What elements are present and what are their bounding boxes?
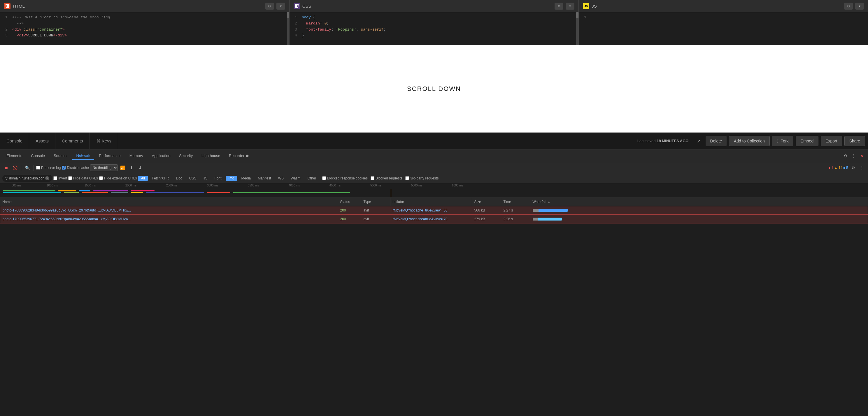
toolbar-separator-1: [21, 165, 21, 171]
html-editor-panel: HTML ⚙ ▾ 1 <!-- Just a block to showcase…: [0, 0, 289, 45]
th-status[interactable]: Status: [338, 198, 361, 206]
css-editor-content[interactable]: 1 body { 2 margin: 0; 3 font-family: 'Po…: [289, 12, 579, 45]
devtools-settings-btn[interactable]: ⚙: [842, 152, 849, 160]
filter-input[interactable]: [9, 176, 44, 180]
invert-checkbox[interactable]: Invert: [53, 176, 67, 180]
filter-chip-js[interactable]: JS: [200, 176, 211, 181]
tab-keys[interactable]: ⌘ Keys: [90, 133, 118, 149]
external-link-button[interactable]: ↗: [694, 136, 703, 146]
delete-button[interactable]: Delete: [706, 136, 726, 146]
fork-icon: ⤴: [777, 139, 779, 143]
css-editor-tab[interactable]: CSS ⚙ ▾: [289, 0, 579, 12]
disable-cache-checkbox[interactable]: Disable cache: [62, 166, 89, 170]
css-scrollbar-thumb: [576, 12, 579, 18]
devtools-tab-console[interactable]: Console: [27, 152, 49, 160]
devtools-tab-elements[interactable]: Elements: [2, 152, 26, 160]
hide-extension-urls-input[interactable]: [99, 176, 103, 180]
th-waterfall[interactable]: Waterfall ▲: [530, 198, 868, 206]
fork-button[interactable]: ⤴ Fork: [772, 136, 793, 146]
html-tab-label: HTML: [13, 3, 263, 8]
devtools-tab-network[interactable]: Network: [72, 151, 94, 160]
hide-extension-urls-checkbox[interactable]: Hide extension URLs: [99, 176, 137, 180]
html-editor-tab[interactable]: HTML ⚙ ▾: [0, 0, 289, 12]
th-initiator[interactable]: Initiator: [391, 198, 472, 206]
devtools-close-btn[interactable]: ✕: [858, 152, 866, 160]
js-editor-tab[interactable]: JS JS ⚙ ▾: [579, 0, 868, 12]
devtools-toolbar-settings[interactable]: ⚙: [849, 164, 857, 172]
filter-chip-fetch-xhr[interactable]: Fetch/XHR: [149, 176, 172, 181]
network-conditions-btn[interactable]: 📶: [119, 164, 127, 172]
blocked-requests-checkbox[interactable]: Blocked requests: [371, 176, 402, 180]
th-time[interactable]: Time: [501, 198, 530, 206]
th-name[interactable]: Name: [0, 198, 338, 206]
html-expand-btn[interactable]: ▾: [276, 3, 285, 10]
tab-console[interactable]: Console: [0, 133, 29, 149]
devtools-tab-application[interactable]: Application: [148, 152, 175, 160]
filter-chip-img[interactable]: Img: [226, 176, 237, 181]
tick-500ms: 500 ms: [12, 184, 21, 187]
throttle-select[interactable]: No throttling: [90, 164, 118, 171]
devtools-toolbar-more[interactable]: ⋮: [858, 164, 866, 172]
html-scrollbar[interactable]: [287, 12, 289, 45]
preserve-log-checkbox[interactable]: Preserve log: [36, 166, 61, 170]
tab-comments[interactable]: Comments: [55, 133, 90, 149]
share-button[interactable]: Share: [844, 136, 865, 146]
embed-button[interactable]: Embed: [796, 136, 818, 146]
css-expand-btn[interactable]: ▾: [566, 3, 575, 10]
filter-chip-wasm[interactable]: Wasm: [288, 176, 304, 181]
search-btn[interactable]: 🔍: [24, 164, 31, 172]
third-party-input[interactable]: [405, 176, 409, 180]
devtools-tab-memory[interactable]: Memory: [125, 152, 147, 160]
filter-chip-manifest[interactable]: Manifest: [255, 176, 274, 181]
js-expand-btn[interactable]: ▾: [855, 3, 864, 10]
tab-assets[interactable]: Assets: [29, 133, 55, 149]
devtools-tab-performance[interactable]: Performance: [95, 152, 124, 160]
devtools-tab-security[interactable]: Security: [175, 152, 197, 160]
filter-chip-font[interactable]: Font: [212, 176, 224, 181]
html-editor-content[interactable]: 1 <!-- Just a block to showcase the scro…: [0, 12, 289, 45]
clear-btn[interactable]: 🚫: [11, 164, 19, 172]
blocked-cookies-input[interactable]: [322, 176, 326, 180]
filter-chip-other[interactable]: Other: [305, 176, 319, 181]
third-party-checkbox[interactable]: 3rd-party requests: [405, 176, 438, 180]
add-to-collection-button[interactable]: Add to Collection: [729, 136, 770, 146]
filter-clear-btn[interactable]: ✕: [45, 176, 49, 180]
js-tab-icon: JS: [583, 3, 589, 9]
css-scrollbar[interactable]: [576, 12, 579, 45]
filter-chip-doc[interactable]: Doc: [173, 176, 185, 181]
hide-data-urls-checkbox[interactable]: Hide data URLs: [68, 176, 98, 180]
timeline-bars: [0, 189, 868, 197]
devtools-tab-lighthouse[interactable]: Lighthouse: [197, 152, 224, 160]
tl-bar-5: [131, 190, 155, 192]
preserve-log-input[interactable]: [36, 166, 40, 170]
hide-data-urls-input[interactable]: [68, 176, 72, 180]
table-row[interactable]: photo-1709065396771-72494e569cb0?q=80&w=…: [0, 215, 868, 223]
table-row[interactable]: photo-1708890628348-b36b599ae3b3?q=80&w=…: [0, 206, 868, 215]
record-btn[interactable]: ⏺: [2, 164, 10, 172]
filter-chip-css[interactable]: CSS: [186, 176, 199, 181]
export-button[interactable]: Export: [821, 136, 842, 146]
tick-1000ms: 1000 ms: [46, 184, 58, 187]
html-settings-btn[interactable]: ⚙: [265, 3, 274, 10]
tl-bar-7: [64, 192, 79, 193]
js-settings-btn[interactable]: ⚙: [844, 3, 853, 10]
blocked-requests-input[interactable]: [371, 176, 374, 180]
th-size[interactable]: Size: [472, 198, 501, 206]
blocked-cookies-checkbox[interactable]: Blocked response cookies: [322, 176, 368, 180]
network-table: Name Status Type Initiator Size Time Wat…: [0, 198, 868, 416]
devtools-tab-sources[interactable]: Sources: [50, 152, 72, 160]
filter-chip-ws[interactable]: WS: [275, 176, 287, 181]
filter-chip-all[interactable]: All: [138, 176, 148, 181]
js-editor-content[interactable]: 1: [579, 12, 868, 45]
import-btn[interactable]: ⬆: [128, 164, 135, 172]
devtools-tab-recorder[interactable]: Recorder ⏺: [225, 152, 253, 160]
tl-bar-13: [233, 192, 350, 193]
th-type[interactable]: Type: [361, 198, 391, 206]
filter-chip-media[interactable]: Media: [239, 176, 254, 181]
devtools-more-btn[interactable]: ⋮: [850, 152, 858, 160]
export-btn[interactable]: ⬇: [136, 164, 144, 172]
css-settings-btn[interactable]: ⚙: [555, 3, 563, 10]
invert-input[interactable]: [53, 176, 57, 180]
network-timeline[interactable]: 500 ms 1000 ms 1500 ms 2000 ms 2500 ms 3…: [0, 183, 868, 198]
disable-cache-input[interactable]: [62, 166, 66, 170]
